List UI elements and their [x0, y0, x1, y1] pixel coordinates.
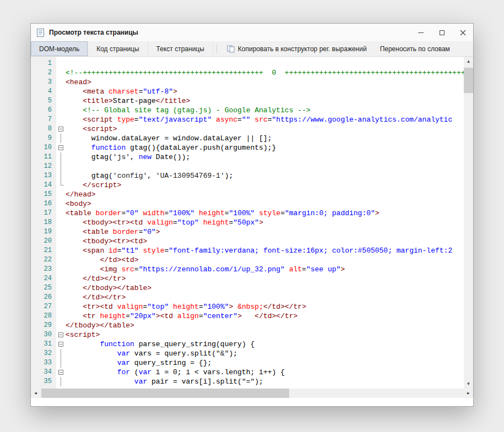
- fold-collapse-icon[interactable]: [58, 342, 63, 347]
- scroll-down-icon[interactable]: ▼: [464, 379, 473, 389]
- token-tag: </title>: [156, 97, 190, 105]
- tab-dom-model[interactable]: DOM-модель: [31, 41, 88, 56]
- line-number: 24: [31, 274, 56, 283]
- code-line-35: 35 var pair = vars[i].split("=");: [31, 377, 464, 386]
- maximize-icon: [440, 30, 445, 35]
- token-plain: parse_query_string(query) {: [134, 340, 254, 348]
- code-line-28: 28 <tr height="20px"><td align="center">…: [31, 311, 464, 321]
- tab-page-code[interactable]: Код страницы: [88, 41, 148, 56]
- code-text: function parse_query_string(query) {: [66, 340, 254, 349]
- token-attr: height: [203, 218, 229, 227]
- tab-page-text[interactable]: Текст страницы: [148, 41, 213, 56]
- token-tag: <img: [66, 265, 121, 274]
- horizontal-scrollbar[interactable]: ◄ ►: [31, 389, 473, 398]
- fold-margin: [56, 87, 66, 96]
- code-text: var pair = vars[i].split("=");: [66, 377, 263, 386]
- fold-margin: [56, 115, 66, 124]
- close-button[interactable]: [452, 24, 473, 41]
- code-line-27: 27 <tr><td valign="top" height="100%"> &…: [31, 302, 464, 311]
- fold-margin: [56, 330, 66, 340]
- code-text: <script type="text/javascript" async="" …: [66, 115, 452, 124]
- maximize-button[interactable]: [431, 24, 452, 41]
- app-window: Просмотр текста страницы DOM-модельКод с…: [30, 23, 474, 407]
- line-number: 33: [31, 358, 56, 368]
- scroll-right-icon[interactable]: ►: [464, 389, 473, 398]
- token-val: "100%": [229, 209, 255, 217]
- token-plain: gtag(: [66, 153, 113, 161]
- copy-to-regex-button[interactable]: Копировать в конструктор рег. выражений: [220, 41, 373, 56]
- scroll-left-icon[interactable]: ◄: [31, 389, 40, 398]
- code-line-8: 8 <script>: [31, 124, 464, 134]
- fold-collapse-icon[interactable]: [58, 127, 63, 132]
- fold-margin: [56, 143, 66, 152]
- line-number: 29: [31, 321, 56, 330]
- line-number: 22: [31, 255, 56, 265]
- code-line-14: 14 </script>: [31, 181, 464, 190]
- fold-margin: [56, 209, 66, 218]
- code-line-18: 18 <tbody><tr><td valign="top" height="5…: [31, 218, 464, 227]
- fold-collapse-icon[interactable]: [58, 332, 63, 337]
- token-plain: =: [199, 312, 203, 320]
- code-line-15: 15</head>: [31, 190, 464, 199]
- token-plain: =: [173, 218, 177, 227]
- minimize-button[interactable]: [410, 24, 431, 41]
- code-text: <tbody><tr><td>: [66, 237, 147, 246]
- line-number: 21: [31, 246, 56, 255]
- code-line-33: 33 var query_string = {};: [31, 358, 464, 368]
- window-controls: [410, 24, 473, 41]
- token-comment: <!-- Global site tag (gtag.js) - Google …: [66, 106, 311, 114]
- token-plain: =: [280, 209, 285, 217]
- token-plain: =: [134, 265, 139, 274]
- token-tag: <script>: [66, 331, 100, 339]
- token-plain: query_string = {};: [130, 359, 212, 367]
- token-plain: [212, 116, 216, 124]
- code-line-4: 4 <meta charset="utf-8">: [31, 87, 464, 96]
- line-number: 34: [31, 368, 56, 377]
- horizontal-scroll-thumb[interactable]: [41, 389, 289, 398]
- vertical-scroll-thumb[interactable]: [464, 68, 473, 93]
- fold-margin: [56, 265, 66, 274]
- token-attr: type: [117, 116, 134, 124]
- fold-guide-line: [61, 377, 61, 386]
- token-plain: [66, 144, 91, 152]
- code-line-24: 24 </td></tr>: [31, 274, 464, 283]
- code-line-5: 5 <title>Start-page</title>: [31, 96, 464, 106]
- token-tag: </td></tr>: [263, 303, 306, 311]
- token-plain: =: [225, 209, 229, 217]
- token-attr: border: [113, 228, 139, 236]
- code-text: <!--++++++++++++++++++++++++++++++++++++…: [66, 68, 464, 78]
- fold-margin: [56, 321, 66, 330]
- token-val: "20px": [130, 312, 156, 320]
- fold-margin: [56, 377, 66, 386]
- code-line-3: 3<head>: [31, 78, 464, 87]
- token-plain: [66, 368, 117, 376]
- token-val: "0": [126, 209, 138, 217]
- code-editor[interactable]: 12<!--++++++++++++++++++++++++++++++++++…: [31, 57, 464, 389]
- token-plain: Start-page: [113, 97, 156, 105]
- vertical-scrollbar[interactable]: ▲ ▼: [464, 57, 473, 389]
- line-number: 3: [31, 78, 56, 87]
- tabs-container: DOM-модельКод страницыТекст страницы: [31, 41, 213, 56]
- fold-margin: [56, 349, 66, 358]
- window-icon: [36, 29, 45, 37]
- fold-margin: [56, 68, 66, 78]
- scroll-up-icon[interactable]: ▲: [464, 57, 473, 66]
- code-text: for (var i = 0; i < vars.length; i++) {: [66, 368, 285, 377]
- token-plain: =: [237, 116, 242, 124]
- line-number: 18: [31, 218, 56, 227]
- code-text: window.dataLayer = window.dataLayer || […: [66, 134, 272, 143]
- token-plain: =: [268, 116, 272, 124]
- token-plain: );: [254, 378, 263, 386]
- code-line-22: 22 </td><td>: [31, 255, 464, 265]
- fold-collapse-icon[interactable]: [58, 370, 63, 375]
- fold-guide-line: [61, 349, 61, 358]
- code-text: <table border="0">: [66, 227, 160, 237]
- token-attr: style: [259, 209, 280, 217]
- token-plain: [66, 349, 117, 358]
- word-wrap-button[interactable]: Переносить по словам: [373, 41, 457, 56]
- token-tag: >: [173, 88, 177, 96]
- token-plain: [242, 312, 254, 320]
- fold-collapse-icon[interactable]: [58, 145, 63, 150]
- editor-area: 12<!--++++++++++++++++++++++++++++++++++…: [31, 57, 473, 389]
- code-text: var vars = query.split("&");: [66, 349, 237, 358]
